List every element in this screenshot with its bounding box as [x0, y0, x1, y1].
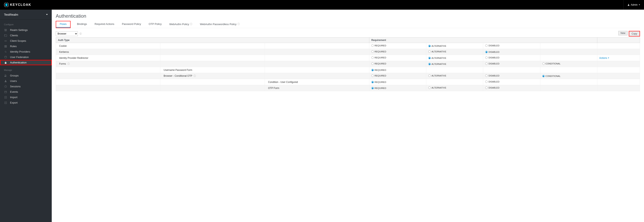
sidebar-item-identity-providers[interactable]: Identity Providers — [0, 49, 52, 54]
brand-text: KEYCLOAK — [10, 3, 31, 7]
sidebar-item-label: Sessions — [10, 85, 21, 88]
flow-select[interactable]: Browser — [56, 31, 78, 36]
requirement-radio-disabled[interactable]: DISABLED — [485, 62, 499, 65]
radio-label: REQUIRED — [374, 44, 386, 47]
svg-rect-4 — [4, 30, 7, 30]
requirement-radio-disabled[interactable]: DISABLED — [485, 87, 499, 89]
radio-label: REQUIRED — [374, 87, 386, 89]
svg-rect-7 — [6, 30, 6, 31]
auth-type-label: OTP Form — [265, 85, 369, 91]
user-menu[interactable]: Admin — [623, 0, 640, 10]
radio-label: DISABLED — [488, 62, 499, 65]
tab-label: Password Policy — [122, 23, 141, 26]
tab-label: WebAuthn Policy — [169, 23, 189, 26]
sidebar-item-label: Clients — [10, 34, 18, 37]
tab-required-actions[interactable]: Required Actions — [94, 21, 116, 28]
tab-otp-policy[interactable]: OTP Policy — [147, 21, 163, 28]
svg-point-21 — [5, 80, 6, 81]
scopes-icon — [4, 40, 7, 42]
tab-label: Bindings — [77, 23, 87, 26]
requirement-radio-alternative[interactable]: ALTERNATIVE — [428, 50, 446, 53]
sidebar-item-label: Identity Providers — [10, 50, 30, 53]
tab-password-policy[interactable]: Password Policy — [121, 21, 142, 28]
sidebar-section-header: Configure — [0, 20, 52, 27]
requirement-radio-alternative[interactable]: ALTERNATIVE — [428, 87, 446, 89]
requirement-radio-required[interactable]: REQUIRED — [371, 50, 386, 53]
sidebar-item-authentication[interactable]: Authentication — [0, 60, 52, 65]
requirement-radio-conditional[interactable]: CONDITIONAL — [542, 75, 560, 77]
radio-label: ALTERNATIVE — [432, 50, 446, 53]
requirement-radio-required[interactable]: REQUIRED — [371, 81, 386, 83]
sidebar-item-import[interactable]: Import — [0, 95, 52, 100]
svg-point-2 — [628, 4, 629, 5]
tab-bindings[interactable]: Bindings — [76, 21, 88, 28]
auth-type-label: Identity Provider Redirector — [56, 55, 160, 61]
row-actions-menu[interactable]: Actions — [599, 57, 609, 59]
requirement-radio-alternative[interactable]: ALTERNATIVE — [428, 75, 446, 77]
radio-label: CONDITIONAL — [546, 62, 560, 65]
radio-label: REQUIRED — [374, 75, 386, 77]
radio-icon — [485, 75, 488, 77]
sidebar-item-clients[interactable]: Clients — [0, 33, 52, 38]
tab-flows[interactable]: Flows — [56, 21, 70, 28]
radio-label: REQUIRED — [374, 56, 386, 59]
requirement-radio-disabled[interactable]: DISABLED — [485, 51, 499, 53]
sidebar-item-user-federation[interactable]: User Federation — [0, 54, 52, 60]
sidebar-item-roles[interactable]: Roles — [0, 44, 52, 49]
svg-rect-5 — [4, 31, 7, 31]
copy-button[interactable]: Copy — [629, 32, 640, 36]
clock-icon — [4, 85, 7, 88]
help-icon[interactable]: ⓘ — [190, 23, 192, 26]
auth-type-label: Browser - Conditional OTP ⓘ — [160, 73, 265, 79]
requirement-radio-conditional[interactable]: CONDITIONAL — [542, 62, 560, 65]
sidebar-item-groups[interactable]: Groups — [0, 73, 52, 78]
new-button[interactable]: New — [618, 31, 628, 35]
requirement-radio-alternative[interactable]: ALTERNATIVE — [428, 63, 446, 65]
user-icon — [628, 4, 630, 6]
sidebar-item-sessions[interactable]: Sessions — [0, 84, 52, 89]
col-requirement: Requirement — [369, 38, 597, 43]
realm-selector[interactable]: TestRealm — [0, 10, 52, 20]
sidebar-item-realm-settings[interactable]: Realm Settings — [0, 27, 52, 33]
logo-icon — [4, 3, 9, 7]
svg-point-17 — [4, 56, 6, 57]
radio-icon — [371, 44, 374, 47]
requirement-radio-required[interactable]: REQUIRED — [371, 44, 386, 47]
sidebar-item-users[interactable]: Users — [0, 78, 52, 84]
sidebar-item-label: Client Scopes — [10, 39, 26, 42]
sidebar-item-export[interactable]: Export — [0, 100, 52, 105]
requirement-radio-required[interactable]: REQUIRED — [371, 87, 386, 89]
radio-label: DISABLED — [488, 44, 499, 47]
radio-icon — [428, 45, 431, 47]
brand[interactable]: KEYCLOAK — [4, 3, 31, 7]
requirement-radio-alternative[interactable]: ALTERNATIVE — [428, 45, 446, 47]
svg-point-11 — [4, 41, 6, 41]
sidebar-item-events[interactable]: Events — [0, 89, 52, 95]
help-icon[interactable]: ⓘ — [238, 23, 240, 26]
requirement-radio-disabled[interactable]: DISABLED — [485, 75, 499, 77]
users-icon — [4, 74, 7, 77]
table-row: Browser - Conditional OTP ⓘREQUIREDALTER… — [56, 73, 640, 79]
radio-icon — [485, 81, 488, 83]
help-icon[interactable]: ⓘ — [67, 62, 70, 65]
requirement-radio-required[interactable]: REQUIRED — [371, 69, 386, 71]
radio-icon — [485, 44, 488, 47]
auth-type-label: Forms ⓘ — [56, 61, 160, 67]
sidebar-item-client-scopes[interactable]: Client Scopes — [0, 38, 52, 44]
requirement-radio-alternative[interactable]: ALTERNATIVE — [428, 57, 446, 59]
tab-webauthn-passwordless-policy[interactable]: WebAuthn Passwordless Policy ⓘ — [199, 21, 241, 28]
requirement-radio-required[interactable]: REQUIRED — [371, 75, 386, 77]
auth-type-label: Cookie — [56, 43, 160, 49]
requirement-radio-disabled[interactable]: DISABLED — [485, 81, 499, 83]
help-icon[interactable]: 🛈 — [80, 32, 82, 35]
help-icon[interactable]: ⓘ — [194, 75, 196, 77]
requirement-radio-disabled[interactable]: DISABLED — [485, 44, 499, 47]
export-icon — [4, 101, 7, 104]
requirement-radio-required[interactable]: REQUIRED — [371, 62, 386, 65]
sidebar-item-label: Events — [10, 90, 18, 93]
tab-webauthn-policy[interactable]: WebAuthn Policy ⓘ — [168, 21, 194, 28]
topbar: KEYCLOAK Admin — [0, 0, 644, 10]
requirement-radio-disabled[interactable]: DISABLED — [485, 56, 499, 59]
radio-icon — [371, 81, 374, 83]
requirement-radio-required[interactable]: REQUIRED — [371, 56, 386, 59]
